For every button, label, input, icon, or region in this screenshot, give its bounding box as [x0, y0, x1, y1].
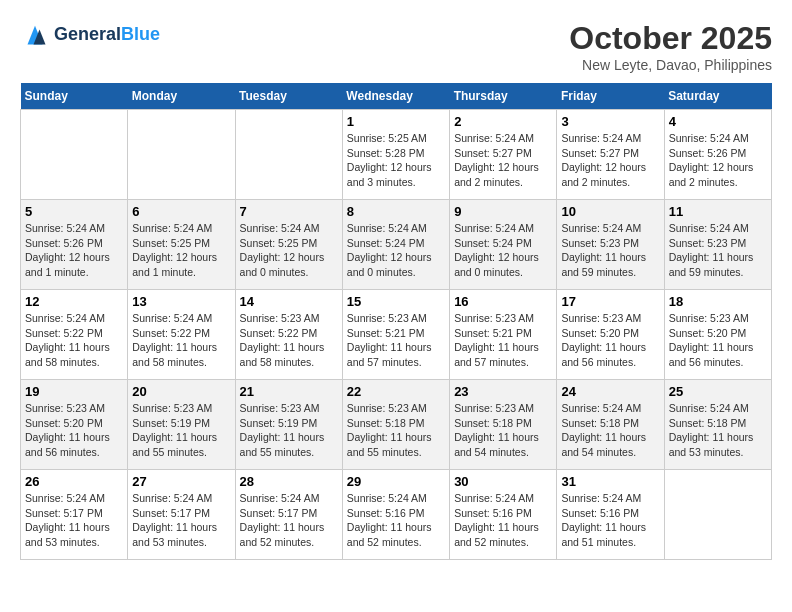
calendar-cell: 27Sunrise: 5:24 AM Sunset: 5:17 PM Dayli… — [128, 470, 235, 560]
week-row-1: 1Sunrise: 5:25 AM Sunset: 5:28 PM Daylig… — [21, 110, 772, 200]
day-info: Sunrise: 5:23 AM Sunset: 5:18 PM Dayligh… — [347, 401, 445, 460]
day-info: Sunrise: 5:24 AM Sunset: 5:18 PM Dayligh… — [561, 401, 659, 460]
day-number: 4 — [669, 114, 767, 129]
day-number: 10 — [561, 204, 659, 219]
day-number: 29 — [347, 474, 445, 489]
day-number: 17 — [561, 294, 659, 309]
day-number: 19 — [25, 384, 123, 399]
calendar-cell: 25Sunrise: 5:24 AM Sunset: 5:18 PM Dayli… — [664, 380, 771, 470]
day-info: Sunrise: 5:24 AM Sunset: 5:26 PM Dayligh… — [669, 131, 767, 190]
calendar-cell: 12Sunrise: 5:24 AM Sunset: 5:22 PM Dayli… — [21, 290, 128, 380]
day-info: Sunrise: 5:24 AM Sunset: 5:23 PM Dayligh… — [561, 221, 659, 280]
day-info: Sunrise: 5:24 AM Sunset: 5:25 PM Dayligh… — [132, 221, 230, 280]
day-info: Sunrise: 5:24 AM Sunset: 5:24 PM Dayligh… — [347, 221, 445, 280]
day-number: 25 — [669, 384, 767, 399]
calendar-cell: 22Sunrise: 5:23 AM Sunset: 5:18 PM Dayli… — [342, 380, 449, 470]
day-info: Sunrise: 5:24 AM Sunset: 5:26 PM Dayligh… — [25, 221, 123, 280]
calendar-cell: 16Sunrise: 5:23 AM Sunset: 5:21 PM Dayli… — [450, 290, 557, 380]
calendar-cell: 3Sunrise: 5:24 AM Sunset: 5:27 PM Daylig… — [557, 110, 664, 200]
location: New Leyte, Davao, Philippines — [569, 57, 772, 73]
calendar-cell: 21Sunrise: 5:23 AM Sunset: 5:19 PM Dayli… — [235, 380, 342, 470]
day-info: Sunrise: 5:23 AM Sunset: 5:20 PM Dayligh… — [669, 311, 767, 370]
week-row-4: 19Sunrise: 5:23 AM Sunset: 5:20 PM Dayli… — [21, 380, 772, 470]
calendar-cell: 14Sunrise: 5:23 AM Sunset: 5:22 PM Dayli… — [235, 290, 342, 380]
calendar-cell: 7Sunrise: 5:24 AM Sunset: 5:25 PM Daylig… — [235, 200, 342, 290]
day-number: 21 — [240, 384, 338, 399]
day-number: 11 — [669, 204, 767, 219]
day-info: Sunrise: 5:24 AM Sunset: 5:17 PM Dayligh… — [240, 491, 338, 550]
day-number: 16 — [454, 294, 552, 309]
month-title: October 2025 — [569, 20, 772, 57]
logo: GeneralBlue — [20, 20, 160, 50]
weekday-header-tuesday: Tuesday — [235, 83, 342, 110]
day-number: 13 — [132, 294, 230, 309]
calendar: SundayMondayTuesdayWednesdayThursdayFrid… — [20, 83, 772, 560]
day-number: 30 — [454, 474, 552, 489]
calendar-cell: 26Sunrise: 5:24 AM Sunset: 5:17 PM Dayli… — [21, 470, 128, 560]
weekday-header-row: SundayMondayTuesdayWednesdayThursdayFrid… — [21, 83, 772, 110]
day-number: 9 — [454, 204, 552, 219]
day-info: Sunrise: 5:24 AM Sunset: 5:16 PM Dayligh… — [561, 491, 659, 550]
calendar-cell: 17Sunrise: 5:23 AM Sunset: 5:20 PM Dayli… — [557, 290, 664, 380]
day-info: Sunrise: 5:23 AM Sunset: 5:19 PM Dayligh… — [240, 401, 338, 460]
day-number: 24 — [561, 384, 659, 399]
calendar-cell: 10Sunrise: 5:24 AM Sunset: 5:23 PM Dayli… — [557, 200, 664, 290]
day-number: 6 — [132, 204, 230, 219]
day-number: 1 — [347, 114, 445, 129]
calendar-cell: 13Sunrise: 5:24 AM Sunset: 5:22 PM Dayli… — [128, 290, 235, 380]
day-info: Sunrise: 5:24 AM Sunset: 5:23 PM Dayligh… — [669, 221, 767, 280]
weekday-header-thursday: Thursday — [450, 83, 557, 110]
week-row-3: 12Sunrise: 5:24 AM Sunset: 5:22 PM Dayli… — [21, 290, 772, 380]
day-info: Sunrise: 5:24 AM Sunset: 5:24 PM Dayligh… — [454, 221, 552, 280]
day-number: 22 — [347, 384, 445, 399]
title-block: October 2025 New Leyte, Davao, Philippin… — [569, 20, 772, 73]
day-number: 8 — [347, 204, 445, 219]
day-info: Sunrise: 5:24 AM Sunset: 5:27 PM Dayligh… — [561, 131, 659, 190]
calendar-cell: 4Sunrise: 5:24 AM Sunset: 5:26 PM Daylig… — [664, 110, 771, 200]
day-number: 3 — [561, 114, 659, 129]
calendar-cell: 24Sunrise: 5:24 AM Sunset: 5:18 PM Dayli… — [557, 380, 664, 470]
day-info: Sunrise: 5:23 AM Sunset: 5:22 PM Dayligh… — [240, 311, 338, 370]
day-info: Sunrise: 5:23 AM Sunset: 5:21 PM Dayligh… — [347, 311, 445, 370]
day-info: Sunrise: 5:24 AM Sunset: 5:22 PM Dayligh… — [132, 311, 230, 370]
day-info: Sunrise: 5:24 AM Sunset: 5:22 PM Dayligh… — [25, 311, 123, 370]
day-number: 26 — [25, 474, 123, 489]
day-info: Sunrise: 5:24 AM Sunset: 5:17 PM Dayligh… — [25, 491, 123, 550]
weekday-header-monday: Monday — [128, 83, 235, 110]
day-info: Sunrise: 5:23 AM Sunset: 5:20 PM Dayligh… — [25, 401, 123, 460]
calendar-cell: 19Sunrise: 5:23 AM Sunset: 5:20 PM Dayli… — [21, 380, 128, 470]
day-info: Sunrise: 5:24 AM Sunset: 5:25 PM Dayligh… — [240, 221, 338, 280]
logo-text: GeneralBlue — [54, 25, 160, 45]
calendar-cell: 20Sunrise: 5:23 AM Sunset: 5:19 PM Dayli… — [128, 380, 235, 470]
calendar-cell: 29Sunrise: 5:24 AM Sunset: 5:16 PM Dayli… — [342, 470, 449, 560]
calendar-cell: 15Sunrise: 5:23 AM Sunset: 5:21 PM Dayli… — [342, 290, 449, 380]
calendar-cell: 23Sunrise: 5:23 AM Sunset: 5:18 PM Dayli… — [450, 380, 557, 470]
day-number: 12 — [25, 294, 123, 309]
weekday-header-friday: Friday — [557, 83, 664, 110]
weekday-header-saturday: Saturday — [664, 83, 771, 110]
day-number: 2 — [454, 114, 552, 129]
calendar-cell: 1Sunrise: 5:25 AM Sunset: 5:28 PM Daylig… — [342, 110, 449, 200]
weekday-header-wednesday: Wednesday — [342, 83, 449, 110]
calendar-cell: 11Sunrise: 5:24 AM Sunset: 5:23 PM Dayli… — [664, 200, 771, 290]
week-row-5: 26Sunrise: 5:24 AM Sunset: 5:17 PM Dayli… — [21, 470, 772, 560]
calendar-cell: 5Sunrise: 5:24 AM Sunset: 5:26 PM Daylig… — [21, 200, 128, 290]
day-info: Sunrise: 5:24 AM Sunset: 5:17 PM Dayligh… — [132, 491, 230, 550]
calendar-cell: 9Sunrise: 5:24 AM Sunset: 5:24 PM Daylig… — [450, 200, 557, 290]
page-header: GeneralBlue October 2025 New Leyte, Dava… — [20, 20, 772, 73]
day-info: Sunrise: 5:23 AM Sunset: 5:18 PM Dayligh… — [454, 401, 552, 460]
weekday-header-sunday: Sunday — [21, 83, 128, 110]
week-row-2: 5Sunrise: 5:24 AM Sunset: 5:26 PM Daylig… — [21, 200, 772, 290]
calendar-cell: 8Sunrise: 5:24 AM Sunset: 5:24 PM Daylig… — [342, 200, 449, 290]
day-info: Sunrise: 5:24 AM Sunset: 5:18 PM Dayligh… — [669, 401, 767, 460]
day-info: Sunrise: 5:23 AM Sunset: 5:19 PM Dayligh… — [132, 401, 230, 460]
day-info: Sunrise: 5:23 AM Sunset: 5:20 PM Dayligh… — [561, 311, 659, 370]
calendar-cell: 6Sunrise: 5:24 AM Sunset: 5:25 PM Daylig… — [128, 200, 235, 290]
day-number: 20 — [132, 384, 230, 399]
day-number: 31 — [561, 474, 659, 489]
day-number: 14 — [240, 294, 338, 309]
day-info: Sunrise: 5:23 AM Sunset: 5:21 PM Dayligh… — [454, 311, 552, 370]
day-number: 23 — [454, 384, 552, 399]
calendar-cell: 31Sunrise: 5:24 AM Sunset: 5:16 PM Dayli… — [557, 470, 664, 560]
day-number: 15 — [347, 294, 445, 309]
